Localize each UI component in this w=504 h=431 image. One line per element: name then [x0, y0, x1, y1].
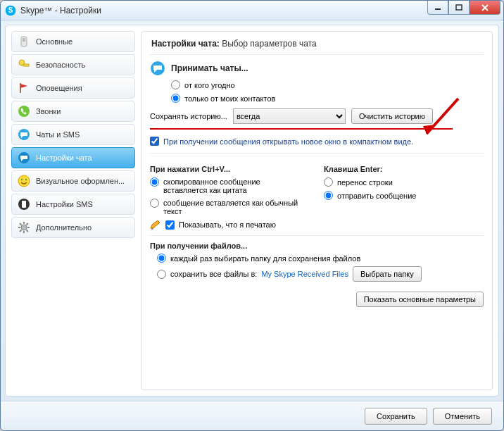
- radio-ctrlv-quote[interactable]: скопированное сообщение вставляется как …: [150, 177, 310, 194]
- svg-rect-7: [23, 38, 25, 42]
- window-title: Skype™ - Настройки: [20, 6, 101, 15]
- svg-rect-18: [22, 201, 26, 208]
- accept-chats-title: Принимать чаты...: [171, 63, 248, 73]
- maximize-button[interactable]: [448, 1, 470, 15]
- svg-line-26: [20, 230, 22, 232]
- sidebar-item-advanced[interactable]: Дополнительно: [11, 217, 135, 238]
- radio-files-ask[interactable]: каждый раз выбирать папку для сохранения…: [157, 254, 484, 263]
- radio-enter-newline[interactable]: перенос строки: [324, 177, 484, 187]
- cancel-button[interactable]: Отменить: [433, 408, 492, 425]
- svg-text:S: S: [8, 6, 13, 14]
- svg-point-15: [21, 179, 23, 180]
- svg-point-19: [21, 225, 27, 230]
- radio-label: скопированное сообщение вставляется как …: [163, 177, 304, 194]
- sidebar-item-chats-sms[interactable]: Чаты и SMS: [11, 124, 135, 145]
- compact-window-check[interactable]: При получении сообщения открывать новое …: [150, 137, 484, 146]
- typing-checkbox[interactable]: [165, 220, 175, 230]
- typing-label: Показывать, что я печатаю: [179, 220, 276, 229]
- smiley-icon: [18, 175, 30, 187]
- sidebar-item-label: Настройки SMS: [36, 200, 93, 208]
- svg-line-27: [27, 223, 29, 225]
- clear-history-button[interactable]: Очистить историю: [351, 108, 433, 124]
- radio-input[interactable]: [324, 177, 333, 187]
- svg-line-24: [20, 223, 22, 225]
- footer: Сохранить Отменить: [1, 401, 503, 430]
- sidebar-item-label: Настройки чата: [36, 154, 92, 162]
- history-label: Сохранять историю...: [150, 112, 227, 120]
- radio-label: только от моих контактов: [184, 94, 275, 103]
- checkbox-input[interactable]: [150, 137, 159, 146]
- settings-window: S Skype™ - Настройки Основные Безопаснос…: [0, 0, 504, 431]
- radio-input[interactable]: [324, 191, 333, 200]
- switch-icon: [18, 35, 30, 48]
- sidebar-item-sms-settings[interactable]: Настройки SMS: [11, 194, 135, 215]
- sidebar-item-label: Основные: [36, 37, 73, 46]
- radio-files-save-row: сохранить все файлы в: My Skype Received…: [157, 266, 484, 282]
- radio-input[interactable]: [157, 254, 166, 263]
- sidebar-item-label: Визуальное оформлен...: [36, 177, 125, 185]
- sms-icon: [18, 198, 30, 211]
- svg-line-25: [27, 230, 29, 232]
- received-files-link[interactable]: My Skype Received Files: [261, 270, 348, 278]
- radio-enter-send[interactable]: отправить сообщение: [324, 191, 484, 200]
- radio-ctrlv-plain[interactable]: сообщение вставляется как обычный текст: [150, 199, 310, 216]
- chat-icon: [18, 128, 30, 141]
- svg-point-14: [18, 175, 30, 187]
- history-select[interactable]: всегда: [233, 108, 346, 124]
- flag-icon: [18, 82, 30, 94]
- radio-label: отправить сообщение: [337, 192, 416, 200]
- sidebar-item-visual[interactable]: Визуальное оформлен...: [11, 170, 135, 192]
- checkbox-label: При получении сообщения открывать новое …: [163, 137, 413, 146]
- radio-files-save[interactable]: [157, 270, 166, 279]
- sidebar-item-general[interactable]: Основные: [11, 31, 135, 52]
- sidebar-item-label: Безопасность: [36, 61, 85, 69]
- sidebar-item-notifications[interactable]: Оповещения: [11, 77, 135, 99]
- ctrlv-title: При нажатии Ctrl+V...: [150, 165, 310, 173]
- sidebar-item-calls[interactable]: Звонки: [11, 101, 135, 122]
- browse-folder-button[interactable]: Выбрать папку: [353, 266, 422, 282]
- sidebar-item-label: Чаты и SMS: [36, 130, 80, 139]
- radio-input[interactable]: [171, 80, 180, 89]
- radio-accept-contacts[interactable]: только от моих контактов: [171, 94, 484, 103]
- chat-bubble-icon: [150, 61, 165, 76]
- close-button[interactable]: [470, 1, 500, 15]
- content-panel: Настройки чата: Выбор параметров чата Пр…: [141, 31, 493, 390]
- show-basic-button[interactable]: Показать основные параметры: [356, 292, 484, 307]
- radio-label: сохранить все файлы в:: [170, 270, 257, 278]
- content-header: Настройки чата: Выбор параметров чата: [150, 36, 484, 55]
- svg-point-16: [25, 179, 27, 180]
- radio-label: сообщение вставляется как обычный текст: [163, 199, 304, 216]
- titlebar[interactable]: S Skype™ - Настройки: [1, 1, 503, 20]
- svg-rect-3: [456, 5, 462, 10]
- radio-input[interactable]: [171, 94, 180, 103]
- sidebar-item-label: Оповещения: [36, 84, 82, 92]
- save-button[interactable]: Сохранить: [365, 408, 427, 425]
- window-body: Основные Безопасность Оповещения Звонки …: [5, 25, 499, 396]
- sidebar-item-security[interactable]: Безопасность: [11, 54, 135, 75]
- sidebar-item-label: Звонки: [36, 107, 61, 115]
- annotation-underline: [150, 128, 453, 130]
- radio-accept-anyone[interactable]: от кого угодно: [171, 80, 484, 89]
- chat-icon: [18, 151, 30, 164]
- svg-point-11: [18, 106, 30, 117]
- key-icon: [18, 58, 30, 71]
- radio-input[interactable]: [150, 177, 159, 187]
- pencil-icon: [150, 220, 161, 230]
- separator: [150, 153, 484, 154]
- enter-title: Клавиша Enter:: [324, 165, 484, 173]
- skype-logo-icon: S: [5, 5, 16, 16]
- sidebar-item-chat-settings[interactable]: Настройки чата: [11, 147, 135, 168]
- content-header-rest: Выбор параметров чата: [220, 39, 317, 49]
- radio-input[interactable]: [150, 199, 159, 208]
- files-title: При получении файлов...: [150, 242, 484, 250]
- minimize-button[interactable]: [427, 1, 448, 15]
- sidebar: Основные Безопасность Оповещения Звонки …: [11, 31, 135, 390]
- svg-rect-9: [23, 64, 29, 66]
- separator: [150, 235, 484, 236]
- content-header-bold: Настройки чата:: [151, 39, 220, 49]
- radio-label: каждый раз выбирать папку для сохранения…: [170, 254, 360, 263]
- gear-icon: [18, 221, 30, 234]
- radio-label: от кого угодно: [184, 81, 235, 89]
- sidebar-item-label: Дополнительно: [36, 223, 92, 232]
- radio-label: перенос строки: [337, 178, 393, 187]
